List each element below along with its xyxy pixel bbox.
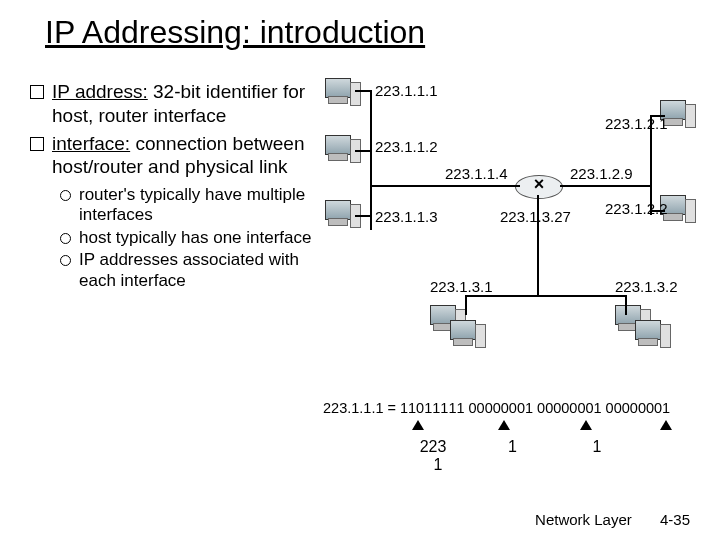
ip-label: 223.1.1.4 bbox=[445, 165, 508, 182]
ip-label: 223.1.2.1 bbox=[605, 115, 668, 132]
arrow-up-icon bbox=[412, 420, 424, 430]
link-line bbox=[370, 185, 520, 187]
link-line bbox=[370, 90, 372, 230]
bullet-2: interface: connection between host/route… bbox=[30, 132, 320, 180]
decimal-row: 223 1 1 1 bbox=[398, 438, 720, 474]
sub-bullet-list: router's typically have multiple interfa… bbox=[60, 185, 320, 291]
link-line bbox=[355, 150, 370, 152]
ip-label: 223.1.3.2 bbox=[615, 278, 678, 295]
network-diagram: 223.1.1.1 223.1.1.2 223.1.1.3 223.1.1.4 … bbox=[315, 70, 715, 430]
link-line bbox=[650, 115, 665, 117]
ip-label: 223.1.3.27 bbox=[500, 208, 571, 225]
bullet-list: IP address: 32-bit identifier for host, … bbox=[30, 80, 320, 293]
host-icon bbox=[635, 320, 671, 348]
ip-label: 223.1.3.1 bbox=[430, 278, 493, 295]
host-icon bbox=[325, 135, 361, 163]
ip-label: 223.1.2.2 bbox=[605, 200, 668, 217]
octet-3: 1 bbox=[557, 438, 637, 456]
octet-2: 1 bbox=[472, 438, 552, 456]
bullet-2-term: interface: bbox=[52, 133, 130, 154]
link-line bbox=[650, 210, 665, 212]
footer-label: Network Layer bbox=[535, 511, 632, 528]
circle-bullet-icon bbox=[60, 255, 71, 266]
link-line bbox=[465, 295, 467, 315]
square-bullet-icon bbox=[30, 85, 44, 99]
ip-label: 223.1.2.9 bbox=[570, 165, 633, 182]
octet-4: 1 bbox=[398, 456, 478, 474]
ip-label: 223.1.1.1 bbox=[375, 82, 438, 99]
router-icon: × bbox=[515, 175, 563, 199]
ip-label: 223.1.1.2 bbox=[375, 138, 438, 155]
binary-equation: 223.1.1.1 = 11011111 00000001 00000001 0… bbox=[323, 400, 670, 416]
arrow-up-icon bbox=[660, 420, 672, 430]
link-line bbox=[625, 295, 627, 315]
link-line bbox=[355, 215, 370, 217]
bullet-1: IP address: 32-bit identifier for host, … bbox=[30, 80, 320, 128]
bullet-1-term: IP address: bbox=[52, 81, 148, 102]
page-number: 4-35 bbox=[660, 511, 690, 528]
link-line bbox=[650, 115, 652, 215]
link-line bbox=[537, 195, 539, 295]
octet-1: 223 bbox=[398, 438, 468, 456]
link-line bbox=[560, 185, 652, 187]
ip-label: 223.1.1.3 bbox=[375, 208, 438, 225]
link-line bbox=[355, 90, 370, 92]
circle-bullet-icon bbox=[60, 233, 71, 244]
slide-title: IP Addressing: introduction bbox=[45, 14, 425, 51]
link-line bbox=[465, 295, 625, 297]
host-icon bbox=[325, 200, 361, 228]
sub-bullet-1: router's typically have multiple interfa… bbox=[60, 185, 320, 226]
arrow-up-icon bbox=[580, 420, 592, 430]
host-icon bbox=[325, 78, 361, 106]
host-icon bbox=[450, 320, 486, 348]
arrow-up-icon bbox=[498, 420, 510, 430]
sub-bullet-2: host typically has one interface bbox=[60, 228, 320, 248]
sub-bullet-3: IP addresses associated with each interf… bbox=[60, 250, 320, 291]
slide-footer: Network Layer 4-35 bbox=[535, 511, 690, 528]
circle-bullet-icon bbox=[60, 190, 71, 201]
square-bullet-icon bbox=[30, 137, 44, 151]
